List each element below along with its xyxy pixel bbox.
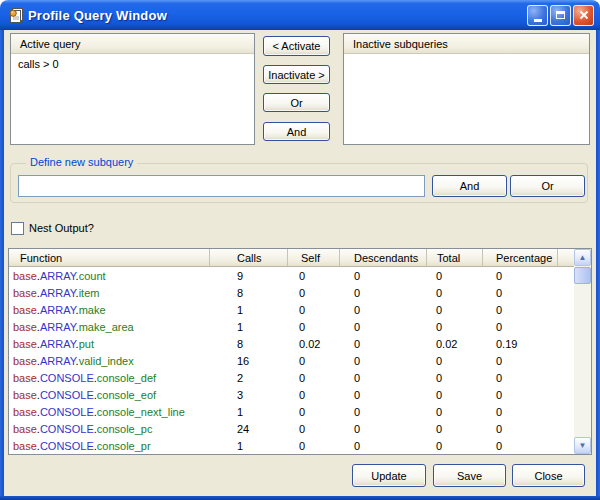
column-header-percentage[interactable]: Percentage [483, 249, 558, 266]
active-query-header: Active query [11, 34, 254, 54]
close-action-button[interactable]: Close [512, 464, 585, 487]
cell-calls: 1 [210, 406, 288, 418]
cell-calls: 1 [210, 440, 288, 452]
maximize-button[interactable] [550, 5, 571, 26]
function-name: base.ARRAY.count [9, 270, 210, 282]
scrollbar-up-icon[interactable]: ▲ [574, 249, 591, 266]
cell-total: 0 [427, 304, 483, 316]
cell-descendants: 0 [340, 321, 427, 333]
cell-total: 0 [427, 440, 483, 452]
cell-descendants: 0 [340, 389, 427, 401]
cell-self: 0 [288, 389, 340, 401]
cell-total: 0 [427, 406, 483, 418]
cell-percentage: 0 [483, 372, 558, 384]
cell-calls: 2 [210, 372, 288, 384]
update-button[interactable]: Update [352, 464, 426, 487]
cell-descendants: 0 [340, 270, 427, 282]
cell-descendants: 0 [340, 423, 427, 435]
window-border-right [596, 30, 600, 500]
cell-total: 0 [427, 423, 483, 435]
and-combine-button[interactable]: And [263, 122, 330, 141]
cell-self: 0.02 [288, 338, 340, 350]
table-row[interactable]: base.ARRAY.make10000 [9, 301, 574, 318]
table-row[interactable]: base.ARRAY.valid_index160000 [9, 352, 574, 369]
cell-self: 0 [288, 304, 340, 316]
column-header-calls[interactable]: Calls [210, 249, 288, 266]
function-name: base.ARRAY.make [9, 304, 210, 316]
function-name: base.CONSOLE.console_next_line [9, 406, 210, 418]
cell-self: 0 [288, 440, 340, 452]
table-row[interactable]: base.ARRAY.item80000 [9, 284, 574, 301]
cell-percentage: 0 [483, 406, 558, 418]
cell-descendants: 0 [340, 287, 427, 299]
cell-self: 0 [288, 423, 340, 435]
cell-total: 0 [427, 321, 483, 333]
cell-calls: 16 [210, 355, 288, 367]
cell-total: 0 [427, 372, 483, 384]
table-row[interactable]: base.ARRAY.put80.0200.020.19 [9, 335, 574, 352]
table-row[interactable]: base.ARRAY.count90000 [9, 267, 574, 284]
query-item[interactable]: calls > 0 [11, 55, 254, 70]
cell-total: 0 [427, 389, 483, 401]
scrollbar-thumb[interactable] [574, 267, 591, 284]
table-row[interactable]: base.CONSOLE.console_eof30000 [9, 386, 574, 403]
table-body: base.ARRAY.count90000base.ARRAY.item8000… [9, 267, 574, 454]
nest-output-label[interactable]: Nest Output? [29, 222, 94, 234]
subquery-or-button[interactable]: Or [510, 175, 585, 197]
table-row[interactable]: base.CONSOLE.console_next_line10000 [9, 403, 574, 420]
client-area: Active query calls > 0 < Activate Inacti… [4, 30, 596, 496]
cell-calls: 8 [210, 338, 288, 350]
column-header-descendants[interactable]: Descendants [340, 249, 427, 266]
minimize-icon [534, 19, 542, 22]
scrollbar-down-icon[interactable]: ▼ [574, 437, 591, 454]
cell-descendants: 0 [340, 406, 427, 418]
subquery-input[interactable] [18, 175, 425, 197]
inactive-subqueries-header: Inactive subqueries [344, 34, 589, 54]
table-row[interactable]: base.CONSOLE.console_pr10000 [9, 437, 574, 454]
column-header-self[interactable]: Self [288, 249, 340, 266]
column-header-total[interactable]: Total [427, 249, 483, 266]
table-row[interactable]: base.CONSOLE.console_def20000 [9, 369, 574, 386]
cell-descendants: 0 [340, 372, 427, 384]
cell-percentage: 0 [483, 270, 558, 282]
maximize-icon [556, 11, 565, 19]
cell-descendants: 0 [340, 304, 427, 316]
inactive-subqueries-list[interactable] [344, 55, 589, 144]
cell-calls: 1 [210, 304, 288, 316]
function-name: base.CONSOLE.console_pr [9, 440, 210, 452]
nest-output-checkbox[interactable] [11, 222, 24, 235]
window-border-bottom [0, 496, 600, 500]
table-scrollbar[interactable]: ▲ ▼ [574, 249, 591, 454]
function-name: base.CONSOLE.console_def [9, 372, 210, 384]
function-name: base.ARRAY.item [9, 287, 210, 299]
activate-button[interactable]: < Activate [263, 36, 330, 56]
cell-self: 0 [288, 287, 340, 299]
titlebar[interactable]: Profile Query Window [0, 0, 600, 30]
cell-percentage: 0 [483, 287, 558, 299]
table-header: Function Calls Self Descendants Total Pe… [9, 249, 574, 267]
column-header-function[interactable]: Function [9, 249, 210, 266]
save-button[interactable]: Save [433, 464, 506, 487]
inactivate-button[interactable]: Inactivate > [263, 65, 330, 84]
active-query-list[interactable]: calls > 0 [11, 55, 254, 144]
cell-calls: 3 [210, 389, 288, 401]
cell-self: 0 [288, 406, 340, 418]
table-row[interactable]: base.ARRAY.make_area10000 [9, 318, 574, 335]
cell-total: 0 [427, 355, 483, 367]
profile-query-window: Profile Query Window Active query calls … [0, 0, 600, 500]
define-subquery-label: Define new subquery [26, 156, 137, 168]
cell-calls: 1 [210, 321, 288, 333]
close-button[interactable] [573, 5, 594, 26]
cell-calls: 8 [210, 287, 288, 299]
cell-calls: 9 [210, 270, 288, 282]
or-combine-button[interactable]: Or [263, 93, 330, 112]
minimize-button[interactable] [527, 5, 548, 26]
cell-percentage: 0 [483, 304, 558, 316]
cell-percentage: 0 [483, 355, 558, 367]
function-name: base.ARRAY.valid_index [9, 355, 210, 367]
cell-percentage: 0 [483, 423, 558, 435]
inactive-subqueries-panel: Inactive subqueries [343, 33, 590, 145]
table-row[interactable]: base.CONSOLE.console_pc240000 [9, 420, 574, 437]
cell-percentage: 0.19 [483, 338, 558, 350]
subquery-and-button[interactable]: And [432, 175, 507, 197]
